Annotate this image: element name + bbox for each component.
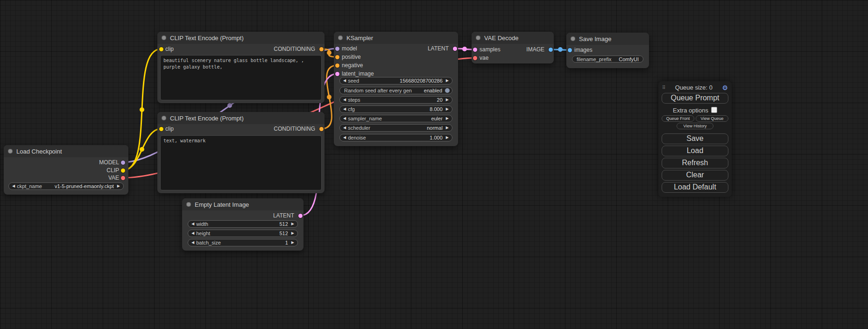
link-dot: [462, 47, 467, 51]
increment-arrow-icon[interactable]: ▶: [117, 184, 120, 188]
menu-drag-handle-icon[interactable]: ⠿: [662, 85, 665, 90]
node-title-bar[interactable]: Load Checkpoint: [4, 145, 128, 157]
positive-prompt-input[interactable]: beautiful scenery nature glass bottle la…: [160, 55, 322, 100]
node-empty-latent-image[interactable]: Empty Latent Image LATENT ◀ width 512 ▶ …: [182, 198, 303, 251]
model-output-slot[interactable]: [121, 161, 125, 165]
decrement-arrow-icon[interactable]: ◀: [343, 79, 346, 83]
negative-input-slot[interactable]: [335, 63, 339, 68]
cfg-widget[interactable]: ◀ cfg 8.000 ▶: [339, 105, 452, 113]
decrement-arrow-icon[interactable]: ◀: [343, 107, 346, 111]
node-load-checkpoint[interactable]: Load Checkpoint MODEL CLIP VAE ◀ ckpt_na…: [4, 145, 128, 195]
link-dot: [140, 107, 144, 112]
queue-prompt-button[interactable]: Queue Prompt: [662, 93, 728, 104]
decrement-arrow-icon[interactable]: ◀: [191, 241, 194, 245]
output-label-conditioning: CONDITIONING: [274, 45, 315, 53]
output-label-clip: CLIP: [106, 167, 119, 175]
node-title-bar[interactable]: CLIP Text Encode (Prompt): [157, 112, 325, 124]
link-dot: [140, 147, 144, 152]
node-graph-canvas[interactable]: Load Checkpoint MODEL CLIP VAE ◀ ckpt_na…: [0, 0, 868, 329]
sampler-name-widget[interactable]: ◀ sampler_name euler ▶: [339, 115, 452, 122]
node-title: Save Image: [579, 35, 611, 42]
node-save-image[interactable]: Save Image images filename_prefix ComfyU…: [566, 33, 649, 68]
increment-arrow-icon[interactable]: ▶: [291, 231, 294, 235]
decrement-arrow-icon[interactable]: ◀: [191, 231, 194, 235]
samples-input-slot[interactable]: [473, 48, 477, 52]
clear-button[interactable]: Clear: [662, 170, 728, 181]
width-widget[interactable]: ◀ width 512 ▶: [188, 220, 298, 228]
image-output-slot[interactable]: [549, 48, 553, 52]
decrement-arrow-icon[interactable]: ◀: [191, 222, 194, 226]
vae-input-slot[interactable]: [473, 56, 477, 60]
output-label-vae: VAE: [108, 174, 119, 182]
refresh-button[interactable]: Refresh: [662, 158, 728, 168]
increment-arrow-icon[interactable]: ▶: [291, 241, 294, 245]
collapse-dot-icon[interactable]: [338, 35, 343, 40]
link-dot: [227, 103, 232, 108]
node-clip-text-encode-negative[interactable]: CLIP Text Encode (Prompt) clip CONDITION…: [157, 112, 325, 193]
increment-arrow-icon[interactable]: ▶: [446, 136, 449, 140]
node-title-bar[interactable]: CLIP Text Encode (Prompt): [157, 32, 325, 44]
conditioning-output-slot[interactable]: [319, 127, 324, 131]
denoise-widget[interactable]: ◀ denoise 1.000 ▶: [339, 134, 452, 141]
ckpt-name-widget[interactable]: ◀ ckpt_name v1-5-pruned-emaonly.ckpt ▶: [8, 182, 124, 190]
images-input-slot[interactable]: [568, 48, 572, 52]
queue-front-button[interactable]: Queue Front: [662, 115, 694, 122]
collapse-dot-icon[interactable]: [162, 116, 166, 120]
node-title-bar[interactable]: Empty Latent Image: [182, 198, 303, 210]
input-label-samples: samples: [480, 46, 501, 54]
view-queue-button[interactable]: View Queue: [696, 115, 728, 122]
load-default-button[interactable]: Load Default: [662, 182, 728, 193]
decrement-arrow-icon[interactable]: ◀: [12, 184, 15, 188]
height-widget[interactable]: ◀ height 512 ▶: [188, 230, 298, 237]
latent-output-slot[interactable]: [298, 214, 303, 218]
model-input-slot[interactable]: [335, 47, 339, 51]
settings-gear-icon[interactable]: ⚙: [722, 84, 728, 91]
scheduler-widget[interactable]: ◀ scheduler normal ▶: [339, 124, 452, 132]
collapse-dot-icon[interactable]: [162, 35, 166, 40]
view-history-button[interactable]: View History: [677, 123, 713, 129]
steps-widget[interactable]: ◀ steps 20 ▶: [339, 96, 452, 104]
decrement-arrow-icon[interactable]: ◀: [343, 117, 346, 120]
input-label-negative: negative: [342, 62, 363, 70]
increment-arrow-icon[interactable]: ▶: [446, 98, 449, 102]
input-label-positive: positive: [342, 53, 361, 61]
seed-widget[interactable]: ◀ seed 156680208700286 ▶: [339, 77, 452, 84]
increment-arrow-icon[interactable]: ▶: [446, 107, 449, 111]
vae-output-slot[interactable]: [121, 176, 125, 180]
latent-output-slot[interactable]: [453, 47, 457, 51]
increment-arrow-icon[interactable]: ▶: [446, 117, 449, 120]
clip-input-slot[interactable]: [159, 47, 163, 51]
batch-size-widget[interactable]: ◀ batch_size 1 ▶: [188, 239, 298, 246]
node-vae-decode[interactable]: VAE Decode samples vae IMAGE: [472, 32, 554, 63]
clip-input-slot[interactable]: [159, 127, 163, 131]
increment-arrow-icon[interactable]: ▶: [446, 79, 449, 83]
random-seed-toggle-widget[interactable]: Random seed after every gen enabled: [339, 87, 452, 94]
filename-prefix-widget[interactable]: filename_prefix ComfyUI: [572, 56, 643, 63]
input-label-clip: clip: [165, 125, 174, 133]
input-label-images: images: [574, 46, 593, 54]
save-button[interactable]: Save: [662, 133, 728, 144]
toggle-knob-icon[interactable]: [445, 88, 450, 93]
collapse-dot-icon[interactable]: [571, 36, 575, 41]
collapse-dot-icon[interactable]: [476, 35, 480, 40]
node-title-bar[interactable]: VAE Decode: [472, 32, 554, 44]
node-title-bar[interactable]: Save Image: [566, 33, 649, 45]
clip-output-slot[interactable]: [121, 168, 125, 173]
decrement-arrow-icon[interactable]: ◀: [343, 136, 346, 140]
node-title-bar[interactable]: KSampler: [334, 32, 458, 44]
node-clip-text-encode-positive[interactable]: CLIP Text Encode (Prompt) clip CONDITION…: [157, 32, 325, 103]
extra-options-checkbox[interactable]: [711, 107, 717, 113]
node-ksampler[interactable]: KSampler model positive negative latent_…: [334, 32, 458, 146]
node-title: Load Checkpoint: [16, 148, 62, 155]
collapse-dot-icon[interactable]: [186, 202, 191, 207]
negative-prompt-input[interactable]: text, watermark: [160, 135, 322, 190]
collapse-dot-icon[interactable]: [8, 149, 13, 154]
increment-arrow-icon[interactable]: ▶: [291, 222, 294, 226]
decrement-arrow-icon[interactable]: ◀: [343, 126, 346, 130]
positive-input-slot[interactable]: [335, 55, 339, 59]
conditioning-output-slot[interactable]: [319, 47, 324, 51]
decrement-arrow-icon[interactable]: ◀: [343, 98, 346, 102]
latent-image-input-slot[interactable]: [335, 72, 339, 76]
load-button[interactable]: Load: [662, 146, 728, 156]
increment-arrow-icon[interactable]: ▶: [446, 126, 449, 130]
